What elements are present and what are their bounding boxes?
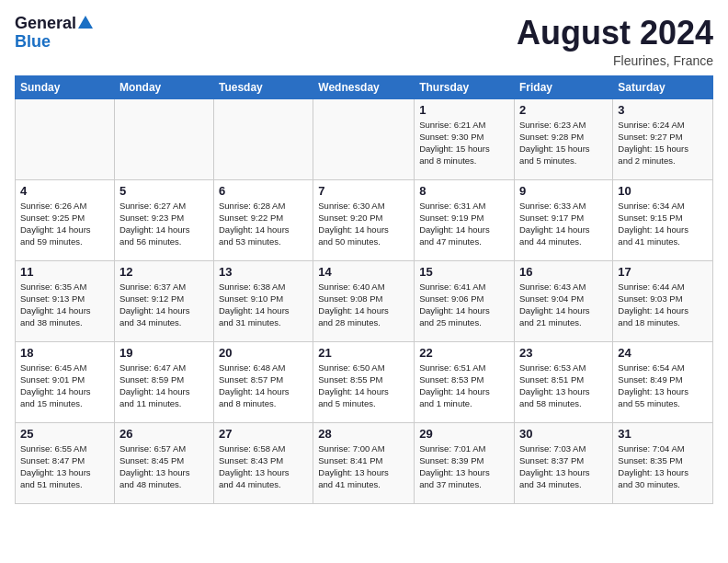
calendar-cell: 18Sunrise: 6:45 AMSunset: 9:01 PMDayligh… xyxy=(16,341,115,422)
day-info-line: Sunset: 8:53 PM xyxy=(419,374,483,385)
day-info-line: Sunrise: 6:21 AM xyxy=(419,120,485,130)
day-info: Sunrise: 6:50 AMSunset: 8:55 PMDaylight:… xyxy=(318,362,409,410)
calendar-cell: 17Sunrise: 6:44 AMSunset: 9:03 PMDayligh… xyxy=(613,260,713,341)
calendar-cell: 4Sunrise: 6:26 AMSunset: 9:25 PMDaylight… xyxy=(16,179,115,260)
day-info-line: and 2 minutes. xyxy=(618,155,675,166)
calendar-cell: 15Sunrise: 6:41 AMSunset: 9:06 PMDayligh… xyxy=(415,260,515,341)
day-info-line: Sunrise: 6:28 AM xyxy=(219,201,285,211)
calendar-cell: 22Sunrise: 6:51 AMSunset: 8:53 PMDayligh… xyxy=(415,341,515,422)
calendar-cell: 1Sunrise: 6:21 AMSunset: 9:30 PMDaylight… xyxy=(415,98,515,179)
day-info-line: Daylight: 13 hours xyxy=(618,467,688,477)
calendar-cell: 5Sunrise: 6:27 AMSunset: 9:23 PMDaylight… xyxy=(114,179,213,260)
day-number: 6 xyxy=(219,184,308,198)
day-number: 14 xyxy=(318,265,409,279)
day-info-line: Daylight: 14 hours xyxy=(318,386,389,396)
day-info: Sunrise: 6:51 AMSunset: 8:53 PMDaylight:… xyxy=(419,362,509,410)
day-info-line: Sunrise: 6:26 AM xyxy=(20,201,86,211)
header-friday: Friday xyxy=(515,75,613,98)
header-saturday: Saturday xyxy=(613,75,713,98)
day-info-line: Sunset: 9:12 PM xyxy=(119,293,184,304)
day-info-line: and 41 minutes. xyxy=(618,236,680,247)
day-number: 16 xyxy=(519,265,608,279)
day-info: Sunrise: 6:55 AMSunset: 8:47 PMDaylight:… xyxy=(20,442,109,491)
day-number: 31 xyxy=(618,427,708,441)
day-info-line: and 21 minutes. xyxy=(519,317,582,327)
day-info-line: Sunrise: 6:44 AM xyxy=(618,282,684,292)
day-info-line: Sunrise: 6:57 AM xyxy=(119,443,186,454)
header-sunday: Sunday xyxy=(16,75,115,98)
day-info: Sunrise: 6:34 AMSunset: 9:15 PMDaylight:… xyxy=(618,200,708,248)
day-info-line: Sunrise: 7:00 AM xyxy=(318,443,384,454)
day-info-line: Daylight: 14 hours xyxy=(318,305,389,316)
day-number: 1 xyxy=(419,103,509,117)
day-number: 5 xyxy=(119,184,209,198)
day-info-line: and 44 minutes. xyxy=(519,236,582,247)
day-number: 12 xyxy=(119,265,209,279)
day-info-line: Daylight: 14 hours xyxy=(519,305,590,316)
day-info: Sunrise: 6:53 AMSunset: 8:51 PMDaylight:… xyxy=(519,362,608,410)
day-info-line: Daylight: 13 hours xyxy=(20,467,91,477)
day-info-line: Sunrise: 6:31 AM xyxy=(419,201,485,211)
calendar-header: SundayMondayTuesdayWednesdayThursdayFrid… xyxy=(16,75,713,98)
day-info: Sunrise: 6:57 AMSunset: 8:45 PMDaylight:… xyxy=(119,442,209,491)
calendar-cell xyxy=(313,98,415,179)
calendar-cell xyxy=(114,98,213,179)
day-number: 9 xyxy=(519,184,608,198)
day-info-line: Sunset: 8:41 PM xyxy=(318,455,382,465)
day-info-line: Sunrise: 6:37 AM xyxy=(119,282,186,292)
day-info-line: Sunrise: 6:27 AM xyxy=(119,201,186,211)
calendar-cell: 27Sunrise: 6:58 AMSunset: 8:43 PMDayligh… xyxy=(213,422,313,503)
day-info: Sunrise: 6:21 AMSunset: 9:30 PMDaylight:… xyxy=(419,119,509,167)
day-info-line: and 58 minutes. xyxy=(519,398,582,408)
calendar-body: 1Sunrise: 6:21 AMSunset: 9:30 PMDaylight… xyxy=(16,98,713,503)
day-info-line: Daylight: 14 hours xyxy=(419,305,490,316)
day-number: 21 xyxy=(318,346,409,360)
week-row-3: 11Sunrise: 6:35 AMSunset: 9:13 PMDayligh… xyxy=(16,260,713,341)
day-info-line: Sunset: 9:17 PM xyxy=(519,213,584,223)
day-info-line: and 34 minutes. xyxy=(119,317,182,327)
logo-blue: Blue xyxy=(15,33,51,52)
day-info-line: and 48 minutes. xyxy=(119,479,182,489)
day-number: 26 xyxy=(119,427,209,441)
day-info-line: Sunset: 8:49 PM xyxy=(618,374,682,385)
day-info: Sunrise: 6:58 AMSunset: 8:43 PMDaylight:… xyxy=(219,442,308,491)
day-info-line: Sunrise: 6:41 AM xyxy=(419,282,485,292)
header-thursday: Thursday xyxy=(415,75,515,98)
day-info-line: Sunset: 8:43 PM xyxy=(219,455,283,465)
day-info: Sunrise: 6:44 AMSunset: 9:03 PMDaylight:… xyxy=(618,281,708,329)
day-info-line: Sunrise: 6:35 AM xyxy=(20,282,86,292)
day-info-line: and 51 minutes. xyxy=(20,479,83,489)
calendar-cell: 16Sunrise: 6:43 AMSunset: 9:04 PMDayligh… xyxy=(515,260,613,341)
calendar-cell: 14Sunrise: 6:40 AMSunset: 9:08 PMDayligh… xyxy=(313,260,415,341)
day-info-line: and 59 minutes. xyxy=(20,236,83,247)
day-number: 18 xyxy=(20,346,109,360)
day-info-line: Sunrise: 6:34 AM xyxy=(618,201,684,211)
week-row-1: 1Sunrise: 6:21 AMSunset: 9:30 PMDaylight… xyxy=(16,98,713,179)
day-info-line: Daylight: 13 hours xyxy=(219,467,290,477)
day-info-line: and 25 minutes. xyxy=(419,317,482,327)
day-info-line: Daylight: 14 hours xyxy=(419,224,490,235)
day-number: 22 xyxy=(419,346,509,360)
day-info: Sunrise: 6:30 AMSunset: 9:20 PMDaylight:… xyxy=(318,200,409,248)
day-number: 30 xyxy=(519,427,608,441)
week-row-4: 18Sunrise: 6:45 AMSunset: 9:01 PMDayligh… xyxy=(16,341,713,422)
day-info-line: Daylight: 13 hours xyxy=(519,386,590,396)
day-info: Sunrise: 6:37 AMSunset: 9:12 PMDaylight:… xyxy=(119,281,209,329)
day-number: 17 xyxy=(618,265,708,279)
day-info-line: and 15 minutes. xyxy=(20,398,83,408)
header: General Blue August 2024 Fleurines, Fran… xyxy=(15,15,713,68)
day-info-line: Sunrise: 6:30 AM xyxy=(318,201,384,211)
header-tuesday: Tuesday xyxy=(213,75,313,98)
day-number: 10 xyxy=(618,184,708,198)
day-info-line: Sunrise: 6:47 AM xyxy=(119,362,186,373)
day-info-line: Sunrise: 6:54 AM xyxy=(618,362,684,373)
day-info: Sunrise: 6:23 AMSunset: 9:28 PMDaylight:… xyxy=(519,119,608,167)
day-info-line: Sunset: 9:23 PM xyxy=(119,213,184,223)
day-info-line: Daylight: 14 hours xyxy=(419,386,490,396)
day-info-line: Daylight: 14 hours xyxy=(119,386,190,396)
day-info-line: Daylight: 15 hours xyxy=(419,144,490,154)
day-info-line: Sunrise: 6:43 AM xyxy=(519,282,586,292)
day-info-line: and 34 minutes. xyxy=(519,479,582,489)
day-info-line: Sunset: 9:04 PM xyxy=(519,293,584,304)
day-info-line: and 18 minutes. xyxy=(618,317,680,327)
